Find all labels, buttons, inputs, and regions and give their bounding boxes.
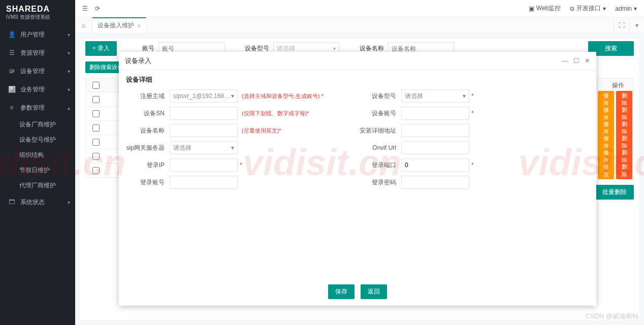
maximize-icon[interactable]: ☐	[573, 57, 579, 64]
chevron-up-icon: ▴	[68, 105, 70, 111]
nav-param-mgmt[interactable]: ≡参数管理▴	[0, 99, 75, 117]
settings-icon: ≡	[7, 104, 16, 111]
modal-footer: 保存 返回	[119, 277, 596, 306]
chevron-down-icon: ▾	[231, 144, 234, 151]
input-onvif-url-wrap	[401, 141, 469, 154]
input-login-password-wrap	[401, 176, 469, 189]
save-button[interactable]: 保存	[328, 284, 355, 299]
input-onvif-url[interactable]	[405, 144, 466, 151]
back-button[interactable]: 返回	[361, 284, 387, 299]
required-star: *	[240, 161, 242, 169]
chevron-down-icon: ▾	[463, 92, 466, 100]
input-login-port[interactable]	[405, 161, 466, 169]
select-placeholder: 请选择	[173, 144, 191, 152]
input-device-account-wrap	[401, 107, 469, 120]
row-checkbox[interactable]	[92, 124, 100, 132]
hint-device-name: (尽量使用英文)*	[242, 127, 281, 135]
user-label: admin	[615, 5, 632, 12]
input-device-name-wrap	[170, 124, 238, 137]
row-checkbox[interactable]	[92, 110, 100, 117]
edit-button[interactable]: 修改	[598, 162, 614, 179]
nav-resource-mgmt[interactable]: ☰资源管理▾	[0, 44, 75, 62]
required-star: *	[471, 92, 474, 100]
nav-device-mgmt[interactable]: 🖳设备管理▾	[0, 62, 75, 80]
chevron-down-icon: ▾	[68, 50, 70, 56]
select-value: sipsvr_1@192.168.1.194:7060	[173, 92, 231, 100]
nav-sub-vendor[interactable]: 设备厂商维护	[19, 117, 75, 132]
chevron-down-icon: ▾	[603, 5, 606, 12]
ops-header: 操作	[603, 81, 633, 90]
sidebar: SHAREDA iVMS 资源管理系统 👤用户管理▾ ☰资源管理▾ 🖳设备管理▾…	[0, 0, 75, 325]
web-monitor-label: Web监控	[536, 4, 561, 13]
csdn-watermark: CSDN @威迪斯特	[585, 312, 639, 321]
hint-device-sn: (仅限下划线、数字或字母)*	[242, 110, 309, 117]
row-checkbox[interactable]	[92, 96, 100, 103]
modal-section-title: 设备详细	[119, 70, 596, 87]
modal-titlebar: 设备录入 — ☐ ✕	[119, 52, 596, 70]
input-login-account-wrap	[170, 176, 238, 189]
input-login-ip[interactable]	[173, 161, 234, 169]
row-checkbox[interactable]	[92, 167, 100, 174]
list-icon: ☰	[7, 49, 16, 56]
input-login-password[interactable]	[405, 179, 466, 186]
input-install-addr[interactable]	[405, 127, 466, 134]
select-all-checkbox[interactable]	[92, 82, 100, 89]
tab-device-access[interactable]: 设备接入维护×	[92, 17, 146, 33]
dev-api-label: 开发接口	[576, 4, 601, 13]
menu-toggle-icon[interactable]: ☰	[82, 5, 88, 12]
api-icon: ⧉	[570, 5, 574, 12]
select-device-model[interactable]: 请选择▾	[401, 89, 469, 103]
nav-label: 资源管理	[20, 49, 45, 57]
chart-icon: 📊	[7, 86, 16, 93]
dev-api-link[interactable]: ⧉开发接口▾	[570, 4, 606, 13]
web-monitor-link[interactable]: ▣Web监控	[529, 4, 561, 13]
required-star: *	[471, 110, 474, 117]
input-device-name[interactable]	[173, 127, 234, 134]
select-sip-gateway[interactable]: 请选择▾	[170, 141, 238, 154]
input-login-account[interactable]	[173, 179, 234, 186]
select-reg-domain[interactable]: sipsvr_1@192.168.1.194:7060▾	[170, 89, 238, 103]
nav-sub-proxy-vendor[interactable]: 代理厂商维护	[19, 178, 75, 193]
close-icon[interactable]: ✕	[585, 57, 590, 64]
topbar: ☰ ⟳ ▣Web监控 ⧉开发接口▾ admin▾	[75, 0, 644, 17]
tab-more-icon[interactable]: ▾	[629, 17, 644, 33]
label-reg-domain: 注册主域	[126, 92, 170, 101]
nav-system-status[interactable]: 🗔系统状态▾	[0, 193, 75, 211]
input-install-addr-wrap	[401, 124, 469, 137]
delete-button[interactable]: 删除	[616, 162, 632, 179]
nav-label: 参数管理	[20, 104, 45, 112]
nav-sub-holiday[interactable]: 节假日维护	[19, 162, 75, 178]
required-star: *	[471, 161, 474, 169]
input-device-sn-wrap	[170, 107, 238, 120]
device-entry-modal: 设备录入 — ☐ ✕ 设备详细 注册主域 sipsvr_1@192.168.1.…	[119, 52, 596, 306]
add-button[interactable]: + 录入	[85, 41, 117, 56]
chevron-down-icon: ▾	[231, 92, 234, 100]
nav: 👤用户管理▾ ☰资源管理▾ 🖳设备管理▾ 📊业务管理▾ ≡参数管理▴ 设备厂商维…	[0, 25, 75, 211]
nav-business-mgmt[interactable]: 📊业务管理▾	[0, 80, 75, 99]
input-device-account[interactable]	[405, 110, 466, 117]
nav-label: 用户管理	[20, 30, 45, 39]
nav-sub-model[interactable]: 设备型号维护	[19, 132, 75, 147]
home-icon: ⌂	[82, 22, 85, 29]
input-device-sn[interactable]	[173, 110, 234, 117]
bulk-delete-button[interactable]: 批量删除	[595, 185, 634, 200]
nav-label: 系统状态	[20, 198, 45, 207]
brand-line1: SHAREDA	[6, 5, 75, 14]
row-checkbox[interactable]	[92, 153, 100, 160]
tab-label: 设备接入维护	[98, 21, 134, 30]
label-login-ip: 登录IP	[126, 161, 170, 170]
nav-label: 设备管理	[20, 67, 45, 76]
label-onvif-url: Onvif Url	[358, 144, 401, 151]
nav-sub-org[interactable]: 组织结构	[19, 147, 75, 162]
tab-home[interactable]: ⌂	[75, 17, 92, 33]
label-device-model: 设备型号	[358, 92, 401, 101]
row-checkbox[interactable]	[92, 139, 100, 146]
user-menu[interactable]: admin▾	[615, 5, 637, 12]
refresh-icon[interactable]: ⟳	[95, 5, 100, 12]
window-icon: 🗔	[7, 199, 16, 206]
nav-user-mgmt[interactable]: 👤用户管理▾	[0, 25, 75, 44]
input-login-port-wrap	[401, 158, 469, 172]
minimize-icon[interactable]: —	[562, 57, 568, 64]
fullscreen-icon[interactable]: ⛶	[614, 17, 629, 33]
close-icon[interactable]: ×	[137, 22, 141, 29]
